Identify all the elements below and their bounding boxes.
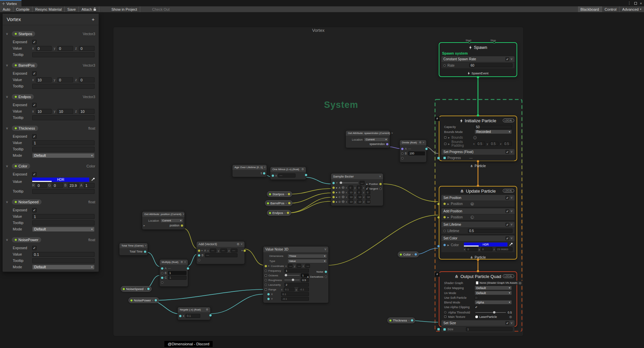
space-l-badge[interactable]: L xyxy=(471,216,474,219)
multiply-c-port[interactable] xyxy=(161,277,163,279)
chevron-down-icon[interactable]: ˅ xyxy=(6,164,9,168)
color-port[interactable] xyxy=(443,244,446,246)
constant-spawn-rate-block[interactable]: Constant Spawn Rate ✓˅ xyxy=(441,56,515,62)
collapse-icon[interactable]: ‹ xyxy=(409,319,410,322)
spawn-event-port[interactable] xyxy=(477,76,479,78)
chevron-down-icon[interactable]: ˅ xyxy=(511,209,513,213)
gear-icon[interactable]: ⚙ xyxy=(237,242,239,246)
object-picker-icon[interactable]: ◎ xyxy=(509,315,512,319)
capacity-value[interactable]: 50 xyxy=(475,125,512,129)
noisepower-output-port[interactable] xyxy=(155,299,157,301)
collapse-icon[interactable]: ‹ xyxy=(284,211,285,215)
set-color-block[interactable]: Set Color ✓˅ xyxy=(441,235,515,241)
chevron-down-icon[interactable]: ˅ xyxy=(391,132,393,135)
a-z[interactable]: — xyxy=(231,249,237,253)
expander-icon[interactable]: ▸ xyxy=(336,186,337,189)
space-w-badge[interactable]: W xyxy=(342,196,344,198)
range-y[interactable]: -0.1 xyxy=(298,287,309,291)
use-alpha-clipping-checkbox[interactable]: ✓ xyxy=(475,305,478,309)
expander-icon[interactable]: ▸ xyxy=(447,243,449,247)
value-x-input[interactable]: 0 xyxy=(36,46,52,51)
system-name-label[interactable]: Spawn system xyxy=(439,51,517,56)
kebab-menu-icon[interactable]: ⋮ xyxy=(628,1,631,5)
main-texture-field[interactable]: LaserParticle ◎ xyxy=(475,315,512,319)
advanced-dropdown-button[interactable]: Advanced ▾ xyxy=(620,6,644,12)
tangent-output-port[interactable] xyxy=(379,188,382,190)
divide-extra-port[interactable] xyxy=(401,157,404,159)
value-x[interactable]: 10 xyxy=(348,190,353,194)
param-pill-noisespeed[interactable]: NoiseSpeed xyxy=(11,199,42,205)
b-value[interactable]: — xyxy=(205,253,237,257)
attach-button[interactable]: Attach xyxy=(79,6,99,12)
expander-icon[interactable]: ▸ xyxy=(448,136,450,139)
divide-a-port[interactable] xyxy=(401,148,404,150)
derivatives-output-port[interactable] xyxy=(325,276,327,278)
x-value[interactable]: 0.1 xyxy=(185,314,200,318)
position-output-port[interactable] xyxy=(379,183,382,185)
spawnindex-output-port[interactable] xyxy=(386,143,388,145)
tooltip-input[interactable] xyxy=(32,189,95,194)
pill-noisespeed[interactable]: NoiseSpeed‹ xyxy=(121,286,152,292)
color-hdr-swatch[interactable]: HDR xyxy=(464,242,507,247)
negate-output-port[interactable] xyxy=(209,314,212,317)
node-divide-float[interactable]: Divide (float)⚙˅ A— B100 xyxy=(399,140,427,162)
expander-icon[interactable]: ▸ xyxy=(447,202,449,206)
color-y[interactable]: 0 xyxy=(481,247,492,251)
block-enabled-checkbox[interactable]: ✓ xyxy=(505,321,509,325)
node-get-attribute-position[interactable]: Get Attribute: position (Current)˅ Locat… xyxy=(142,211,185,230)
gear-icon[interactable]: ⚙ xyxy=(180,261,183,264)
chevron-down-icon[interactable]: ˅ xyxy=(324,248,326,251)
lifetime-port[interactable] xyxy=(443,230,446,232)
object-picker-icon[interactable]: ◎ xyxy=(519,281,522,285)
rate-port[interactable] xyxy=(443,64,446,67)
auto-button[interactable]: Auto xyxy=(0,6,13,12)
startpos-output-port[interactable] xyxy=(288,193,290,195)
tooltip-input[interactable] xyxy=(32,84,95,89)
add-b-port[interactable] xyxy=(198,254,200,257)
position-output-port[interactable] xyxy=(181,224,183,227)
multiply-output-port[interactable] xyxy=(187,267,189,270)
pill-startpos[interactable]: Startpos‹ xyxy=(267,191,292,197)
spawn-stop-port[interactable] xyxy=(493,41,495,44)
node-output-particle-quad[interactable]: # LOCAL ⋔ Output Particle Quad Shader Gr… xyxy=(439,271,517,327)
block-enabled-checkbox[interactable]: ✓ xyxy=(505,223,509,226)
roughness-value[interactable]: 0.5 xyxy=(301,278,309,282)
resync-material-button[interactable]: Resync Material xyxy=(33,6,65,12)
compile-button[interactable]: Compile xyxy=(13,6,33,12)
y-value[interactable]: -0.1 xyxy=(281,297,309,301)
param-pill-thickness[interactable]: Thickness xyxy=(11,125,39,131)
value-input[interactable]: 0.1 xyxy=(32,252,95,257)
node-update-particle[interactable]: LOCAL ⋔ Update Particle Set Position ✓˅ … xyxy=(439,186,517,260)
node-spawn-context[interactable]: Start Stop Spawn Spawn system Constant S… xyxy=(439,42,517,77)
chevron-down-icon[interactable]: ˅ xyxy=(423,141,424,144)
blend-mode-dropdown[interactable]: Alpha▾ xyxy=(475,300,512,304)
progress-input-port[interactable] xyxy=(437,157,440,159)
one-minus-input-port[interactable] xyxy=(272,175,274,177)
exposed-checkbox[interactable]: ✓ xyxy=(32,103,37,107)
bounds-port[interactable] xyxy=(444,136,446,139)
coord-z[interactable]: — xyxy=(305,264,310,268)
a-y[interactable]: — xyxy=(220,249,227,253)
progress-port[interactable] xyxy=(443,157,446,159)
bezier-a-port[interactable] xyxy=(332,187,335,189)
add-extra-port[interactable] xyxy=(198,259,200,261)
expander-icon[interactable]: ▸ xyxy=(241,249,243,252)
collapse-icon[interactable]: ‹ xyxy=(145,287,146,291)
value-x[interactable]: 0 xyxy=(348,186,353,190)
value-x[interactable]: 10 xyxy=(348,200,353,204)
initialize-flow-input-port[interactable] xyxy=(477,114,479,117)
tab-vortex[interactable]: Vortex xyxy=(0,0,21,6)
expander-icon[interactable]: ▸ xyxy=(448,142,450,146)
uv-mode-dropdown[interactable]: Default▾ xyxy=(475,291,512,295)
chevron-down-icon[interactable]: ˅ xyxy=(379,175,381,178)
block-enabled-checkbox[interactable]: ✓ xyxy=(505,57,509,61)
chevron-down-icon[interactable]: ˅ xyxy=(511,321,513,325)
padding-y[interactable]: 0.5 xyxy=(490,142,498,146)
space-badge-icon[interactable]: # xyxy=(435,116,440,121)
close-icon[interactable]: × xyxy=(640,1,642,5)
color-z[interactable]: 23.96863 xyxy=(496,247,513,251)
value-z-input[interactable]: 10 xyxy=(79,109,95,114)
expander-icon[interactable]: ▸ xyxy=(268,265,270,267)
coord-y[interactable]: — xyxy=(297,264,301,268)
main-texture-port[interactable] xyxy=(444,316,446,318)
